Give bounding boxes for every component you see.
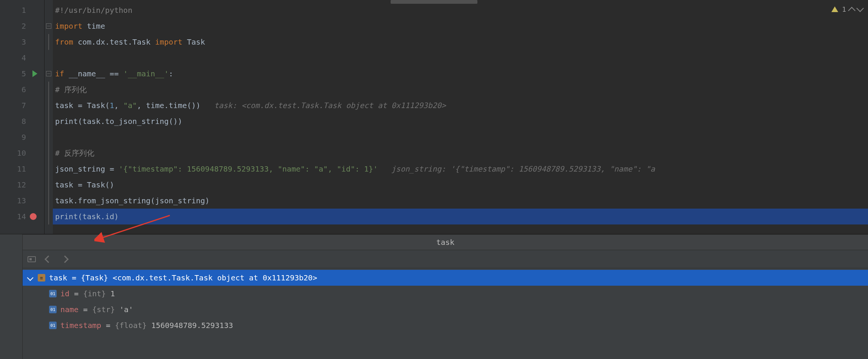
code-fragment: print(task.to_json_string()) (55, 117, 182, 126)
code-line[interactable]: # 反序列化 (53, 145, 868, 161)
code-line[interactable]: task = Task(1, "a", time.time()) task: <… (53, 97, 868, 113)
gutter-line[interactable]: 4 (0, 50, 44, 66)
code-line[interactable]: if __name__ == '__main__': (53, 66, 868, 82)
fold-cell (45, 34, 53, 50)
field-badge-icon: 01 (49, 290, 57, 297)
attr-label: timestamp = {float} 1560948789.5293133 (60, 321, 233, 330)
line-number: 1 (22, 6, 26, 15)
line-number: 9 (22, 133, 26, 142)
line-number: 5 (22, 69, 26, 78)
fold-cell (45, 145, 53, 161)
variable-row-task[interactable]: ≡ task = {Task} <com.dx.test.Task.Task o… (23, 270, 868, 286)
code-line[interactable]: print(task.to_json_string()) (53, 113, 868, 129)
fold-cell (45, 97, 53, 113)
gutter-line[interactable]: 5 (0, 66, 44, 82)
line-number: 2 (22, 22, 26, 31)
variable-row-timestamp[interactable]: 01 timestamp = {float} 1560948789.529313… (23, 317, 868, 333)
module-name: time (82, 22, 105, 31)
fold-cell[interactable] (45, 18, 53, 34)
code-line[interactable]: import time (53, 18, 868, 34)
line-number: 13 (17, 196, 26, 205)
fold-cell (45, 177, 53, 193)
keyword-if: if (55, 69, 64, 78)
fold-guide (48, 34, 49, 50)
next-problem-icon[interactable] (856, 5, 864, 12)
shebang: #!/usr/bin/python (55, 6, 132, 15)
gutter-line[interactable]: 14 (0, 209, 44, 224)
code-line[interactable]: task = Task() (53, 177, 868, 193)
code-line[interactable]: json_string = '{"timestamp": 1560948789.… (53, 161, 868, 177)
gutter-line[interactable]: 12 (0, 177, 44, 193)
code-line-current[interactable]: print(task.id) (53, 209, 868, 224)
code-line[interactable]: task.from_json_string(json_string) (53, 193, 868, 209)
fold-collapse-icon[interactable] (46, 71, 51, 76)
fold-guide (48, 145, 49, 161)
number-literal: 1 (110, 101, 114, 110)
line-number: 8 (22, 117, 26, 126)
package-path: com.dx.test.Task (73, 37, 155, 46)
fold-cell[interactable] (45, 66, 53, 82)
string-literal: '__main__' (123, 69, 169, 78)
gutter-line[interactable]: 8 (0, 113, 44, 129)
gutter-line[interactable]: 10 (0, 145, 44, 161)
nav-back-icon[interactable] (44, 255, 53, 264)
fold-cell (45, 50, 53, 66)
fold-cell (45, 2, 53, 18)
code-line[interactable] (53, 50, 868, 66)
run-line-icon[interactable] (32, 70, 37, 77)
prev-problem-icon[interactable] (848, 7, 856, 14)
field-badge-icon: 01 (49, 322, 57, 329)
line-number: 12 (17, 180, 26, 189)
code-line[interactable]: from com.dx.test.Task import Task (53, 34, 868, 50)
fold-guide (48, 113, 49, 129)
fold-guide (48, 161, 49, 177)
breakpoint-icon[interactable] (30, 213, 37, 220)
debug-panel: task ≡ task = {Task} <com.dx.test.Task.T… (23, 234, 868, 359)
gutter-line[interactable]: 1 (0, 2, 44, 18)
gutter-line[interactable]: 2 (0, 18, 44, 34)
tool-window-stripe[interactable] (0, 234, 23, 359)
fold-cell (45, 129, 53, 145)
inspection-widget[interactable]: 1 (831, 5, 863, 13)
code-fragment: task = Task() (55, 180, 114, 189)
nav-forward-icon[interactable] (60, 255, 69, 264)
fold-guide (48, 129, 49, 145)
string-literal: "a" (123, 101, 137, 110)
ide-root: 1 2 3 4 5 6 7 8 9 10 11 12 13 14 (0, 0, 868, 359)
variable-label: task = {Task} <com.dx.test.Task.Task obj… (49, 273, 317, 282)
fold-column (45, 0, 53, 234)
debug-toolbar (23, 250, 868, 268)
fold-guide (48, 177, 49, 193)
variables-tree[interactable]: ≡ task = {Task} <com.dx.test.Task.Task o… (23, 268, 868, 359)
line-number: 6 (22, 85, 26, 94)
code-area[interactable]: #!/usr/bin/python import time from com.d… (53, 0, 868, 234)
warning-icon[interactable] (831, 6, 838, 12)
fold-guide (48, 97, 49, 113)
keyword-from: from (55, 37, 73, 46)
variable-row-id[interactable]: 01 id = {int} 1 (23, 286, 868, 302)
inline-debug-hint: task: <com.dx.test.Task.Task object at 0… (200, 101, 446, 110)
fold-cell (45, 209, 53, 224)
field-badge-icon: 01 (49, 306, 57, 313)
fold-collapse-icon[interactable] (46, 23, 51, 29)
gutter-line[interactable]: 3 (0, 34, 44, 50)
code-line[interactable] (53, 129, 868, 145)
inline-debug-hint: json_string: '{"timestamp": 1560948789.5… (378, 164, 655, 173)
variable-row-name[interactable]: 01 name = {str} 'a' (23, 302, 868, 317)
gutter[interactable]: 1 2 3 4 5 6 7 8 9 10 11 12 13 14 (0, 0, 45, 234)
line-number: 11 (17, 164, 26, 173)
code-line[interactable]: #!/usr/bin/python (53, 2, 868, 18)
attr-label: name = {str} 'a' (60, 305, 133, 314)
builtin-print: print (55, 212, 78, 221)
fold-cell (45, 193, 53, 209)
object-badge-icon: ≡ (38, 274, 45, 282)
code-line[interactable]: # 序列化 (53, 82, 868, 97)
gutter-line[interactable]: 6 (0, 82, 44, 97)
expand-icon[interactable] (27, 275, 34, 281)
gutter-line[interactable]: 7 (0, 97, 44, 113)
gutter-line[interactable]: 13 (0, 193, 44, 209)
string-literal: '{"timestamp": 1560948789.5293133, "name… (119, 164, 378, 173)
gutter-line[interactable]: 9 (0, 129, 44, 145)
gutter-line[interactable]: 11 (0, 161, 44, 177)
new-watch-icon[interactable] (27, 255, 36, 264)
